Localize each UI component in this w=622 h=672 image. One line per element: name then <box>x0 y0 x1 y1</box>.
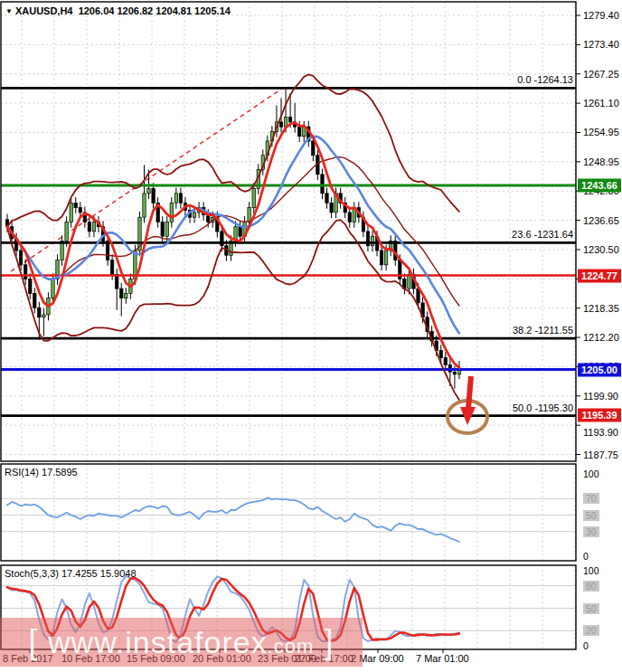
candle-bull <box>165 222 168 236</box>
candle-bull <box>248 208 250 222</box>
candle-bear <box>288 118 291 122</box>
fib-level-label: 50.0 -1195.30 <box>513 402 573 413</box>
candle-bear <box>88 222 90 232</box>
price-tick-label: 1187.75 <box>583 450 618 460</box>
candle-bear <box>29 279 32 294</box>
candle-bear <box>321 175 324 194</box>
rsi-axis-label: 30 <box>583 526 599 537</box>
price-tick-label: 1218.35 <box>583 303 619 314</box>
annotation-arrow-shaft[interactable] <box>468 376 471 409</box>
candle-bear <box>439 351 442 358</box>
candle-bull <box>147 189 150 194</box>
candle-bull <box>174 194 177 203</box>
candle-bear <box>33 293 36 308</box>
candle-bear <box>348 213 351 222</box>
symbol-dropdown-icon[interactable]: ▼ <box>5 7 13 15</box>
time-axis-label: 7 Mar 01:00 <box>416 653 469 664</box>
price-tick-label: 1230.50 <box>583 244 619 255</box>
candle-bull <box>371 236 373 246</box>
fib-level-label: 38.2 -1211.55 <box>513 325 573 336</box>
candle-bull <box>52 279 54 298</box>
price-tick-label: 1248.95 <box>583 156 619 167</box>
symbol-name: XAUUSD,H4 <box>15 5 73 16</box>
price-tick-label: 1212.20 <box>583 332 619 343</box>
price-level-tag: 1243.66 <box>578 179 621 193</box>
candle-bull <box>125 293 127 298</box>
symbol-header: ▼XAUUSD,H4 1206.04 1206.82 1204.81 1205.… <box>5 5 231 16</box>
candle-bull <box>143 194 146 217</box>
rsi-axis-label: 0 <box>583 551 589 562</box>
candle-bear <box>325 194 328 203</box>
price-tick-label: 1236.65 <box>583 215 619 226</box>
rsi-line <box>7 497 459 542</box>
ohlc-low: 1204.81 <box>156 5 192 16</box>
ohlc-high: 1206.82 <box>117 5 153 16</box>
candle-bull <box>384 251 387 265</box>
time-axis-label: 10 Feb 17:00 <box>61 653 120 664</box>
candle-bull <box>70 203 72 222</box>
rsi-axis-label: 100 <box>583 469 599 479</box>
stoch-axis-label: 100 <box>583 565 599 576</box>
trendline-dashed[interactable] <box>11 89 282 271</box>
rsi-axis-label: 50 <box>583 510 599 521</box>
candle-bear <box>110 260 113 275</box>
moving-average-slow <box>7 137 459 334</box>
candle-bear <box>79 208 81 213</box>
candle-bear <box>161 222 164 236</box>
price-level-tag: 1224.77 <box>578 269 621 282</box>
candle-bear <box>179 194 182 203</box>
price-level-tag: 1195.39 <box>578 409 621 422</box>
ohlc-close: 1205.14 <box>194 5 231 16</box>
candle-bear <box>24 265 27 279</box>
candle-bull <box>170 203 173 222</box>
time-axis-label: 15 Feb 09:00 <box>127 653 185 664</box>
candle-bear <box>312 141 315 156</box>
candle-bear <box>444 357 447 364</box>
candle-bull <box>92 222 95 232</box>
price-level-tag: 1205.00 <box>578 363 621 376</box>
trading-chart-window: ▼XAUUSD,H4 1206.04 1206.82 1204.81 1205.… <box>0 0 622 672</box>
price-tick-label: 1273.40 <box>583 39 619 50</box>
price-tick-label: 1261.10 <box>583 98 619 109</box>
rsi-indicator-label: RSI(14) 17.5895 <box>5 467 78 478</box>
time-axis-label: 20 Feb 01:00 <box>193 653 251 664</box>
price-tick-label: 1254.95 <box>583 127 619 137</box>
candle-bear <box>19 251 22 265</box>
price-tick-label: 1193.90 <box>583 427 618 438</box>
candle-bull <box>42 315 45 317</box>
candle-bear <box>152 189 155 203</box>
candle-bull <box>252 189 255 208</box>
time-axis-label: 8 Feb 2017 <box>3 653 53 664</box>
price-tick-label: 1267.25 <box>583 69 619 80</box>
time-axis-label: 27 Feb 17:00 <box>295 653 353 664</box>
price-tick-label: 1199.90 <box>583 391 618 402</box>
stoch-axis-label: 80 <box>583 581 599 592</box>
price-tick-label: 1279.40 <box>583 10 619 21</box>
stoch-indicator-label: Stoch(5,3,3) 17.4255 15.9048 <box>5 568 137 579</box>
candle-bull <box>193 213 195 217</box>
rsi-axis-label: 70 <box>583 493 599 504</box>
candle-bear <box>298 127 301 137</box>
stoch-axis-label: 20 <box>583 625 599 636</box>
candle-bear <box>120 289 123 298</box>
fib-level-label: 0.0 -1264.13 <box>517 74 573 85</box>
candle-bear <box>330 203 333 213</box>
candle-bear <box>279 122 282 127</box>
candle-bear <box>38 308 41 317</box>
ohlc-open: 1206.04 <box>79 5 115 16</box>
time-axis-label: 2 Mar 09:00 <box>351 653 404 664</box>
candle-bear <box>239 227 241 237</box>
stoch-axis-label: 50 <box>583 603 599 614</box>
candle-bear <box>74 203 77 207</box>
candle-bear <box>380 251 382 265</box>
fib-level-label: 23.6 -1231.64 <box>512 229 573 240</box>
candle-bull <box>65 222 68 241</box>
stoch-axis-label: 0 <box>583 640 589 651</box>
candle-bear <box>453 372 456 374</box>
